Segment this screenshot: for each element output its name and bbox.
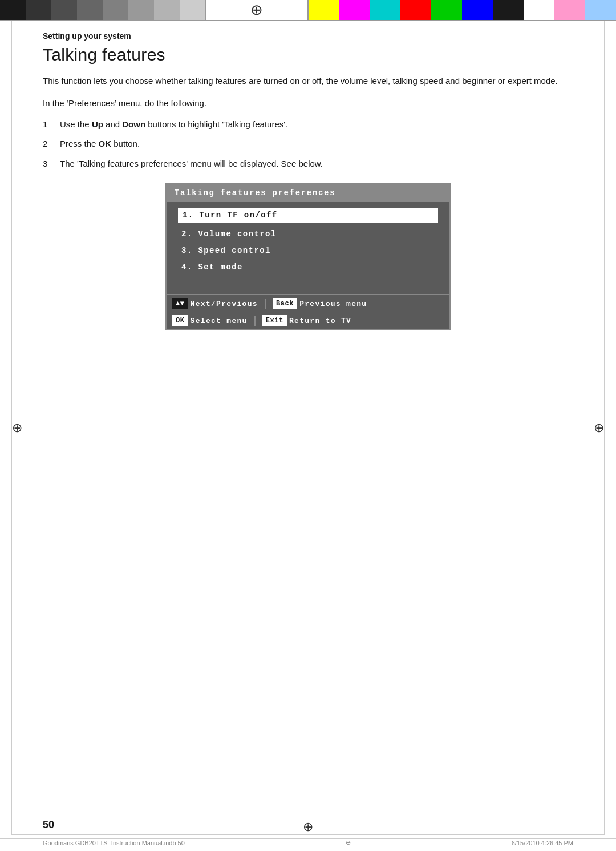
main-content: Setting up your system Talking features …	[43, 31, 573, 820]
footer-crosshair: ⊕	[346, 839, 351, 846]
tv-menu-item-2: 2. Volume control	[178, 227, 438, 241]
footer: Goodmans GDB20TTS_Instruction Manual.ind…	[0, 838, 616, 846]
step-2-number: 2	[43, 138, 60, 151]
tv-menu-wrapper: Talking features preferences 1. Turn TF …	[43, 183, 573, 330]
page-heading: Talking features	[43, 45, 573, 64]
tv-menu-title: Talking features preferences	[167, 184, 449, 202]
tv-menu-item-4: 4. Set mode	[178, 260, 438, 274]
nav-key-exit: Exit	[262, 315, 287, 326]
tv-menu-item-1: 1. Turn TF on/off	[178, 208, 438, 223]
swatch-7	[154, 0, 180, 20]
right-crosshair: ⊕	[594, 421, 604, 435]
swatch-1	[0, 0, 26, 20]
footer-right: 6/15/2010 4:26:45 PM	[512, 840, 573, 846]
nav-separator-2	[254, 316, 256, 326]
tv-menu: Talking features preferences 1. Turn TF …	[165, 183, 451, 330]
step-3: 3 The 'Talking features preferences' men…	[43, 158, 573, 171]
swatch-yellow	[309, 0, 339, 20]
step-2: 2 Press the OK button.	[43, 138, 573, 151]
swatch-white	[524, 0, 555, 20]
left-swatches	[0, 0, 205, 20]
swatch-green	[431, 0, 462, 20]
nav-key-back: Back	[273, 298, 297, 309]
nav-label-prev-menu: Previous menu	[299, 300, 367, 308]
step-1: 1 Use the Up and Down buttons to highlig…	[43, 118, 573, 131]
section-label: Setting up your system	[43, 31, 573, 41]
swatch-pink	[554, 0, 585, 20]
tv-nav-bar: ▲▼ Next/Previous Back Previous menu OK S…	[167, 294, 449, 329]
swatch-4	[77, 0, 103, 20]
tv-nav-row-2: OK Select menu Exit Return to TV	[167, 312, 449, 329]
nav-label-next-prev: Next/Previous	[191, 300, 258, 308]
swatch-red	[400, 0, 431, 20]
swatch-blue	[462, 0, 493, 20]
swatch-cyan	[370, 0, 401, 20]
intro-text: This function lets you choose whether ta…	[43, 75, 573, 88]
bottom-crosshair: ⊕	[303, 820, 313, 834]
top-color-bar: ⊕	[0, 0, 616, 21]
top-crosshair: ⊕	[205, 0, 308, 20]
tv-nav-row-1: ▲▼ Next/Previous Back Previous menu	[167, 295, 449, 312]
left-crosshair: ⊕	[12, 421, 22, 435]
swatch-magenta	[339, 0, 370, 20]
right-swatches	[308, 0, 616, 20]
steps-list: 1 Use the Up and Down buttons to highlig…	[43, 118, 573, 171]
swatch-6	[128, 0, 154, 20]
swatch-black2	[493, 0, 524, 20]
swatch-3	[51, 0, 77, 20]
step-2-text: Press the OK button.	[60, 138, 573, 151]
nav-label-select: Select menu	[191, 317, 248, 325]
swatch-lightblue	[585, 0, 616, 20]
page-number: 50	[43, 819, 54, 831]
bold-ok: OK	[99, 139, 112, 148]
step-3-text: The 'Talking features preferences' menu …	[60, 158, 573, 171]
step-3-number: 3	[43, 158, 60, 171]
step-1-number: 1	[43, 118, 60, 131]
step-1-text: Use the Up and Down buttons to highlight…	[60, 118, 573, 131]
swatch-8	[180, 0, 205, 20]
nav-key-arrows: ▲▼	[172, 298, 188, 309]
swatch-5	[103, 0, 128, 20]
tv-menu-item-3: 3. Speed control	[178, 244, 438, 257]
footer-left: Goodmans GDB20TTS_Instruction Manual.ind…	[43, 840, 185, 846]
nav-separator-1	[265, 299, 266, 309]
in-menu-text: In the ‘Preferences’ menu, do the follow…	[43, 98, 573, 108]
swatch-2	[26, 0, 51, 20]
nav-key-ok: OK	[172, 315, 188, 326]
bold-up: Up	[92, 119, 103, 129]
tv-menu-items: 1. Turn TF on/off 2. Volume control 3. S…	[167, 202, 449, 294]
bold-down: Down	[122, 119, 145, 129]
nav-label-return: Return to TV	[289, 317, 351, 325]
